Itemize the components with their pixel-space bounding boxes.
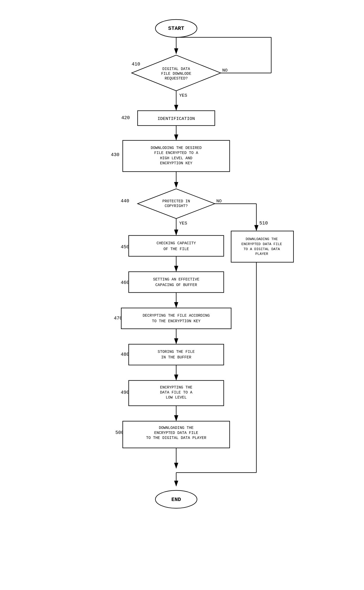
svg-rect-20 bbox=[129, 344, 224, 365]
n440-line1: PROTECTED IN bbox=[162, 199, 190, 203]
n410-text-line3: REQUESTED? bbox=[164, 76, 188, 81]
n460-line2: CAPACING OF BUFFER bbox=[155, 283, 197, 287]
n410-text-line1: DIGITAL DATA bbox=[162, 67, 190, 71]
n470-line1: DECRYPTING THE FILE ACCORDING bbox=[143, 313, 210, 318]
n430-line4: ENCRYPTION KEY bbox=[160, 161, 192, 165]
n420-label: 420 bbox=[121, 115, 130, 120]
flowchart-svg: START 410 DIGITAL DATA FILE DOWNLODE REQ… bbox=[63, 11, 301, 590]
n410-no: NO bbox=[222, 68, 227, 73]
n500-line2: ENCRYPTED DATA FILE bbox=[154, 431, 198, 435]
n480-label: 480 bbox=[121, 352, 129, 357]
n510-line3: TO A DIGITAL DATA bbox=[243, 247, 280, 251]
n420-text: IDENTIFICATION bbox=[157, 116, 195, 121]
n500-line3: TO THE DIGITAL DATA PLAYER bbox=[146, 436, 206, 440]
n490-line3: LOW LEVEL bbox=[166, 395, 187, 400]
n430-line3: HIGH LEVEL AND bbox=[160, 156, 192, 160]
n440-label: 440 bbox=[121, 198, 129, 204]
n470-line2: TO THE ENCRYPTION KEY bbox=[152, 319, 200, 323]
n410-label: 410 bbox=[131, 62, 140, 67]
n490-label: 490 bbox=[121, 390, 129, 395]
n500-line1: DOWNLOADING THE bbox=[159, 426, 193, 430]
n480-line2: IN THE BUFFER bbox=[161, 355, 191, 359]
start-label: START bbox=[168, 25, 184, 31]
n410-text-line2: FILE DOWNLODE bbox=[161, 72, 191, 76]
n440-yes: YES bbox=[179, 221, 187, 226]
n450-label: 450 bbox=[121, 244, 129, 250]
n440-no: NO bbox=[216, 199, 221, 204]
end-label: END bbox=[171, 497, 181, 503]
n480-line1: STORING THE FILE bbox=[158, 350, 195, 354]
svg-rect-14 bbox=[129, 236, 224, 256]
n450-line1: CHECKING CAPACITY bbox=[156, 241, 196, 245]
n450-line2: OF THE FILE bbox=[163, 247, 189, 251]
flowchart-container: START 410 DIGITAL DATA FILE DOWNLODE REQ… bbox=[63, 11, 301, 590]
n430-line2: FILE ENCRYPTED TO A bbox=[154, 151, 198, 155]
svg-rect-18 bbox=[121, 308, 231, 329]
n410-yes: YES bbox=[179, 93, 187, 98]
n490-line2: DATA FILE TO A bbox=[160, 390, 192, 395]
n430-line1: DOWNLODING THE DESIRED bbox=[151, 146, 202, 150]
n510-line2: ENCRYPTED DATA FILE bbox=[241, 242, 282, 246]
svg-rect-13 bbox=[231, 231, 293, 262]
n460-label: 460 bbox=[121, 280, 129, 285]
n440-line2: COPYRIGHT? bbox=[164, 204, 188, 208]
n460-line1: SETTING AN EFFECTIVE bbox=[153, 277, 199, 282]
svg-rect-16 bbox=[129, 272, 224, 293]
n510-label: 510 bbox=[259, 221, 268, 226]
n430-label: 430 bbox=[111, 152, 119, 157]
n510-line4: PLAYER bbox=[255, 252, 268, 256]
n490-line1: ENCRYPTING THE bbox=[160, 385, 192, 390]
n510-line1: DOWNLOADING THE bbox=[245, 237, 278, 241]
